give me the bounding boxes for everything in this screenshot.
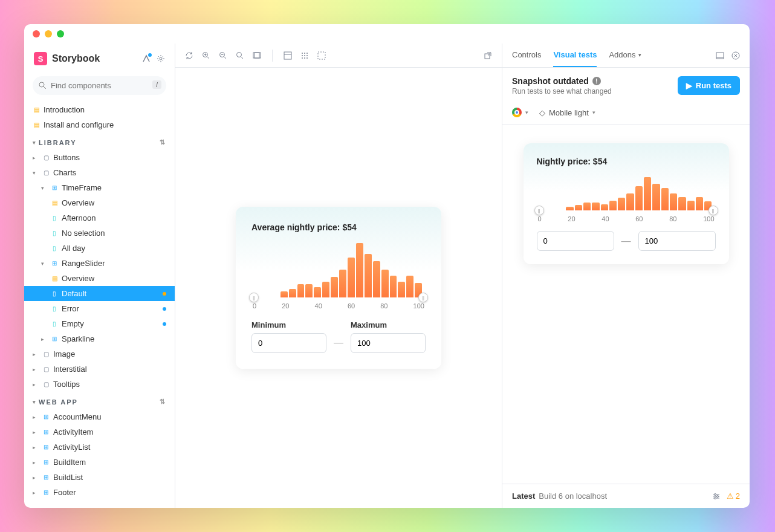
- grid-icon[interactable]: [300, 51, 309, 60]
- outline-icon[interactable]: [317, 51, 326, 60]
- sidebar-doc-install[interactable]: ▤Install and configure: [24, 117, 175, 132]
- snap-min-input[interactable]: [537, 231, 614, 251]
- addons-panel: Controls Visual tests Addons ▾ Snapshot …: [502, 44, 750, 508]
- chart-bar: [339, 270, 346, 297]
- chart-bar: [566, 207, 573, 210]
- range-slider-card: Average nightly price: $54 || || 0204060…: [236, 207, 441, 369]
- sidebar-item-charts[interactable]: ▾▢Charts: [24, 165, 175, 180]
- settings-icon[interactable]: [157, 54, 165, 63]
- close-window-button[interactable]: [33, 30, 40, 37]
- min-input[interactable]: [251, 333, 326, 353]
- open-external-icon[interactable]: [484, 51, 492, 60]
- sidebar-item-accountmenu[interactable]: ▸⊞AccountMenu: [24, 409, 175, 424]
- sidebar-item-builditem[interactable]: ▸⊞BuildItem: [24, 455, 175, 470]
- minimize-window-button[interactable]: [45, 30, 52, 37]
- chart-bar: [280, 291, 288, 297]
- warnings-indicator[interactable]: ⚠2: [727, 491, 740, 501]
- snapshot-title: Snapshot outdated!: [512, 76, 672, 86]
- slider-handle-min[interactable]: ||: [249, 293, 259, 302]
- snapshot-axis: 020406080100: [537, 215, 716, 222]
- zoom-reset-icon[interactable]: [236, 51, 244, 60]
- sidebar-doc-introduction[interactable]: ▤Introduction: [24, 102, 175, 117]
- svg-point-0: [160, 57, 162, 60]
- sync-icon[interactable]: [185, 51, 193, 60]
- sidebar-section-webapp[interactable]: ▾WEB APP⇅: [24, 392, 175, 409]
- chart-bar: [670, 193, 677, 210]
- chart-bar: [696, 197, 703, 210]
- viewport-icon[interactable]: [253, 51, 261, 60]
- settings-icon[interactable]: [712, 492, 721, 501]
- chevron-right-icon: ▸: [33, 381, 39, 388]
- shortcuts-icon[interactable]: [142, 54, 151, 63]
- histogram-chart: [251, 243, 426, 297]
- snap-slider-handle-min[interactable]: ||: [534, 206, 544, 215]
- sidebar-item-buttons[interactable]: ▸▢Buttons: [24, 150, 175, 165]
- svg-point-37: [714, 497, 716, 499]
- sidebar-item-image[interactable]: ▸▢Image: [24, 346, 175, 362]
- run-tests-button[interactable]: ▶Run tests: [678, 76, 740, 95]
- svg-point-20: [304, 55, 305, 56]
- sidebar-item-noselection[interactable]: ▯No selection: [24, 225, 175, 241]
- play-icon: ▶: [686, 81, 692, 90]
- sidebar-section-library[interactable]: ▾LIBRARY⇅: [24, 132, 175, 150]
- app-window: S Storybook / ▤Introduction ▤Install and…: [24, 24, 750, 508]
- svg-point-10: [237, 52, 242, 57]
- svg-line-6: [207, 57, 209, 59]
- info-icon: !: [592, 77, 601, 85]
- svg-point-35: [714, 493, 716, 495]
- theme-selector[interactable]: ◇Mobile light▾: [539, 108, 595, 117]
- sidebar-item-default[interactable]: ▯Default: [24, 286, 175, 301]
- close-panel-icon[interactable]: [731, 51, 740, 60]
- sidebar-item-sparkline[interactable]: ▸⊞Sparkline: [24, 331, 175, 346]
- background-icon[interactable]: [284, 51, 292, 60]
- sidebar-item-activitylist[interactable]: ▸⊞ActivityList: [24, 440, 175, 455]
- story-icon: ▯: [51, 215, 58, 222]
- svg-point-29: [732, 52, 739, 59]
- document-icon: ▤: [33, 106, 40, 114]
- snap-max-input[interactable]: [638, 231, 716, 251]
- tab-controls[interactable]: Controls: [512, 44, 541, 67]
- sidebar-item-activityitem[interactable]: ▸⊞ActivityItem: [24, 424, 175, 440]
- snapshot-histogram: [537, 177, 716, 210]
- chart-bar: [373, 261, 380, 297]
- sidebar-item-buildlist[interactable]: ▸⊞BuildList: [24, 470, 175, 485]
- sidebar-item-tooltips[interactable]: ▸▢Tooltips: [24, 377, 175, 392]
- axis-tick: 40: [602, 215, 609, 222]
- chevron-down-icon: ▾: [41, 261, 47, 267]
- svg-rect-26: [485, 54, 490, 59]
- snap-slider-handle-max[interactable]: ||: [709, 206, 718, 215]
- chart-bar: [601, 204, 608, 210]
- sidebar-item-rangeslider[interactable]: ▾⊞RangeSlider: [24, 256, 175, 271]
- max-input[interactable]: [351, 333, 426, 353]
- sidebar-item-rs-overview[interactable]: ▤Overview: [24, 271, 175, 286]
- axis-tick: 100: [703, 215, 714, 222]
- sidebar-item-empty[interactable]: ▯Empty: [24, 316, 175, 331]
- axis-tick: 20: [568, 215, 575, 222]
- sidebar-toggle-icon[interactable]: [716, 51, 724, 60]
- sidebar-item-error[interactable]: ▯Error: [24, 301, 175, 316]
- zoom-in-icon[interactable]: [202, 51, 210, 60]
- axis-tick: 60: [635, 215, 643, 222]
- sidebar-item-overview[interactable]: ▤Overview: [24, 195, 175, 210]
- svg-point-17: [304, 53, 305, 54]
- zoom-out-icon[interactable]: [219, 51, 227, 60]
- svg-point-22: [302, 57, 303, 59]
- expand-icon[interactable]: ⇅: [160, 398, 166, 406]
- tab-visual-tests[interactable]: Visual tests: [553, 44, 597, 67]
- chart-bar: [626, 193, 634, 210]
- sidebar-item-timeframe[interactable]: ▾⊞TimeFrame: [24, 180, 175, 195]
- maximize-window-button[interactable]: [57, 30, 64, 37]
- expand-icon[interactable]: ⇅: [160, 138, 166, 146]
- browser-selector[interactable]: ▾: [512, 108, 528, 117]
- chart-bar: [406, 276, 413, 297]
- sidebar-item-allday[interactable]: ▯All day: [24, 241, 175, 256]
- tab-addons[interactable]: Addons ▾: [609, 44, 641, 67]
- titlebar: [24, 24, 750, 44]
- sidebar-item-footer[interactable]: ▸⊞Footer: [24, 485, 175, 500]
- slider-handle-max[interactable]: ||: [418, 293, 428, 302]
- sidebar-item-interstitial[interactable]: ▸▢Interstitial: [24, 362, 175, 377]
- card-title: Average nightly price: $54: [251, 222, 426, 232]
- search-input[interactable]: [33, 76, 166, 95]
- sidebar-item-afternoon[interactable]: ▯Afternoon: [24, 210, 175, 225]
- snapshot-card-title: Nightly price: $54: [537, 157, 716, 166]
